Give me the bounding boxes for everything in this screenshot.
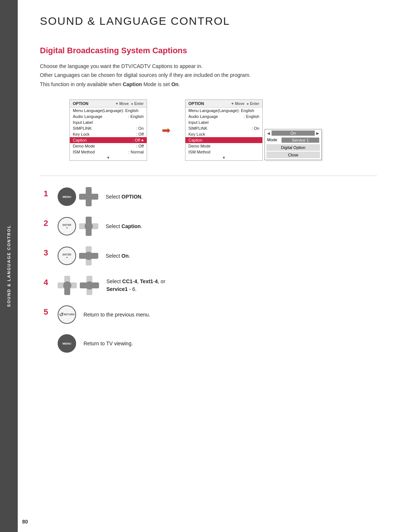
caption-popup: ◀ On ▶ Mode Service 1 Digital Option Clo… xyxy=(265,129,322,160)
right-move-icon: ✦ Move xyxy=(231,102,244,106)
left-row-simplink: SIMPLINK : On xyxy=(70,125,147,131)
enter-icon: ● Enter xyxy=(131,102,144,106)
right-row-language: Menu Language(Language): English xyxy=(185,108,262,113)
dpad-4b[interactable] xyxy=(80,276,99,295)
desc-line3-mid: Mode is set xyxy=(142,81,171,87)
move-icon: ✦ Move xyxy=(115,102,129,106)
step-4-service: Service1 xyxy=(106,286,128,292)
page-number: 80 xyxy=(22,519,28,525)
right-menu-controls: ✦ Move ● Enter xyxy=(231,102,259,106)
left-row-keylock: Key Lock : Off xyxy=(70,131,147,137)
left-row-ism: ISM Method : Normal xyxy=(70,149,147,155)
step-1-number: 1 xyxy=(44,189,50,199)
step-6: MENU Return to TV viewing. xyxy=(44,334,377,353)
right-row-demo: Demo Mode xyxy=(185,143,262,149)
step-2-text: Select Caption. xyxy=(106,223,142,230)
right-menu-box: OPTION ✦ Move ● Enter Menu Language(Lang… xyxy=(185,99,263,161)
right-menu-header: OPTION ✦ Move ● Enter xyxy=(185,100,262,108)
step-2: 2 ENTER● Select Caption. xyxy=(44,217,377,236)
dpad-1[interactable] xyxy=(79,187,98,206)
step-3-bold: On xyxy=(122,253,129,259)
left-menu-title: OPTION xyxy=(73,101,88,106)
left-row-input: Input Label xyxy=(70,119,147,125)
sidebar-label: SOUND & LANGUAGE CONTROL xyxy=(7,225,11,307)
step-2-icons: ENTER● xyxy=(58,217,98,236)
left-row-demo: Demo Mode : Off xyxy=(70,143,147,149)
desc-line3-pre: This function in only available when xyxy=(40,81,123,87)
left-row-simplink-value: : On xyxy=(136,126,144,131)
step-4-text: Select CC1-4, Text1-4, or Service1 - 6. xyxy=(106,278,165,293)
dpad-4a[interactable] xyxy=(58,276,77,295)
dpad4b-center xyxy=(85,281,93,289)
left-menu-arrow: ▼ xyxy=(70,155,147,160)
left-row-caption: Caption : Off ● xyxy=(70,137,147,143)
desc-line1: Choose the language you want the DTV/CAD… xyxy=(40,62,377,70)
step-1-bold: OPTION xyxy=(122,194,141,200)
desc-line3-end: . xyxy=(178,81,180,87)
step-5-number: 5 xyxy=(44,307,50,317)
left-row-ism-value: : Normal xyxy=(128,150,144,154)
dpad-2[interactable] xyxy=(79,217,98,236)
left-row-demo-value: : Off xyxy=(136,144,144,148)
step-6-text: Return to TV viewing. xyxy=(83,340,133,348)
step-1-icons: MENU xyxy=(58,187,98,206)
dpad3-center xyxy=(85,252,93,260)
popup-mode-label: Mode xyxy=(267,138,280,143)
step-4-number: 4 xyxy=(44,278,50,287)
left-row-caption-value: : Off ● xyxy=(133,138,144,142)
step-4-text4: 4 xyxy=(155,278,158,284)
step-6-icons: MENU xyxy=(58,334,76,353)
step-2-bold: Caption xyxy=(122,223,141,229)
menu-button[interactable]: MENU xyxy=(58,187,76,206)
right-row-ism: ISM Method xyxy=(185,149,262,155)
right-menu-title: OPTION xyxy=(188,101,204,106)
step-4-cc: CC1 xyxy=(122,278,133,284)
menu-button-2[interactable]: MENU xyxy=(58,334,76,353)
step-3-icons: ENTER● xyxy=(58,246,98,265)
step-4-4: 4 xyxy=(134,278,137,284)
popup-left-arrow: ◀ xyxy=(267,131,270,135)
right-diagram: OPTION ✦ Move ● Enter Menu Language(Lang… xyxy=(185,99,263,161)
step-4: 4 Select CC1-4, Text1-4, xyxy=(44,276,377,295)
diagram-area: OPTION ✦ Move ● Enter Menu Language(Lang… xyxy=(69,99,377,161)
right-menu-arrow: ▼ xyxy=(185,155,262,160)
left-row-input-label: Input Label xyxy=(73,120,93,125)
left-row-language-label: Menu Language(Language): English xyxy=(73,108,139,113)
left-row-demo-label: Demo Mode xyxy=(73,144,95,148)
desc-line2: Other Languages can be chosen for digita… xyxy=(40,71,377,79)
section-divider xyxy=(40,176,377,176)
left-row-keylock-label: Key Lock xyxy=(73,132,89,136)
right-row-input: Input Label xyxy=(185,119,262,125)
enter-button-3[interactable]: ENTER● xyxy=(58,247,76,265)
popup-digital-option[interactable]: Digital Option xyxy=(266,144,320,151)
step-4-icons xyxy=(58,276,99,295)
dpad-3[interactable] xyxy=(79,246,98,265)
right-row-audio: Audio Language : English xyxy=(185,113,262,119)
diagram-arrow: ➡ xyxy=(162,124,170,136)
step-2-number: 2 xyxy=(44,218,50,228)
main-content: SOUND & LANGUAGE CONTROL Digital Broadca… xyxy=(18,0,399,367)
left-row-audio-value: : English xyxy=(128,114,144,119)
step-3: 3 ENTER● Select On. xyxy=(44,246,377,265)
left-row-keylock-value: : Off xyxy=(136,132,144,136)
left-menu-header: OPTION ✦ Move ● Enter xyxy=(70,100,147,108)
right-row-simplink: SIMPLINK : On xyxy=(185,125,262,131)
step-3-text: Select On. xyxy=(106,252,130,260)
right-row-caption: Caption xyxy=(185,137,262,143)
popup-on-label: On xyxy=(272,131,315,136)
desc-bold-on: On xyxy=(171,81,178,87)
popup-close-button[interactable]: Close xyxy=(266,152,320,158)
left-menu-box: OPTION ✦ Move ● Enter Menu Language(Lang… xyxy=(69,99,147,161)
step-1: 1 MENU Select OPTION. xyxy=(44,187,377,206)
return-button[interactable]: ↺ RETURN xyxy=(58,305,76,324)
left-menu-controls: ✦ Move ● Enter xyxy=(115,102,144,106)
dpad-center xyxy=(85,193,93,201)
section-title: Digital Broadcasting System Captions xyxy=(40,46,377,55)
popup-right-arrow: ▶ xyxy=(316,131,319,135)
step-5: 5 ↺ RETURN Return to the previous menu. xyxy=(44,305,377,324)
right-row-keylock: Key Lock xyxy=(185,131,262,137)
desc-line3: This function in only available when Cap… xyxy=(40,80,377,88)
step-1-text: Select OPTION. xyxy=(106,193,143,201)
enter-button[interactable]: ENTER● xyxy=(58,217,76,235)
right-enter-icon: ● Enter xyxy=(247,102,259,106)
